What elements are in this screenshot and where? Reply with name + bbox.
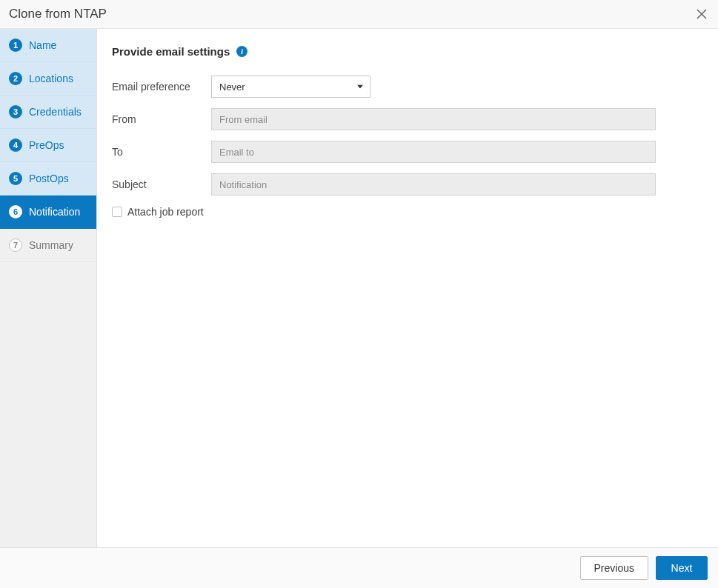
close-icon[interactable] [696,8,708,20]
from-input[interactable] [211,108,656,130]
page-heading: Provide email settings [112,45,230,58]
step-badge: 5 [9,172,22,185]
dialog-header: Clone from NTAP [0,0,718,29]
sidebar-item-label: PreOps [29,139,64,151]
sidebar-item-preops[interactable]: 4 PreOps [0,129,96,162]
sidebar-item-notification[interactable]: 6 Notification [0,196,96,229]
clone-dialog: Clone from NTAP 1 Name 2 Locations 3 Cre… [0,0,718,588]
info-icon[interactable]: i [236,46,247,57]
dialog-title: Clone from NTAP [9,7,107,21]
email-preference-select-wrap: Never [211,76,370,98]
subject-input[interactable] [211,173,656,196]
row-attach-report: Attach job report [112,206,703,218]
sidebar-item-label: Locations [29,73,73,84]
sidebar-item-locations[interactable]: 2 Locations [0,62,96,96]
step-badge: 7 [9,238,22,252]
dialog-body: 1 Name 2 Locations 3 Credentials 4 PreOp… [0,29,718,547]
sidebar-item-name[interactable]: 1 Name [0,29,96,62]
to-input[interactable] [211,141,656,163]
select-value: Never [219,81,245,93]
heading-row: Provide email settings i [112,45,703,58]
label-email-preference: Email preference [112,81,211,93]
sidebar-item-summary[interactable]: 7 Summary [0,229,96,262]
sidebar-item-label: Name [29,39,56,51]
sidebar-item-label: Summary [29,239,73,251]
label-subject: Subject [112,178,211,190]
dialog-footer: Previous Next [0,547,718,588]
row-subject: Subject [112,173,703,196]
sidebar-item-postops[interactable]: 5 PostOps [0,162,96,196]
sidebar-item-label: Notification [29,206,80,218]
step-badge: 2 [9,72,22,85]
row-from: From [112,108,703,130]
sidebar-item-label: Credentials [29,106,82,118]
step-badge: 6 [9,205,22,218]
label-from: From [112,113,211,125]
sidebar-item-credentials[interactable]: 3 Credentials [0,96,96,129]
step-badge: 1 [9,39,22,52]
sidebar-item-label: PostOps [29,173,69,184]
step-badge: 3 [9,105,22,118]
label-to: To [112,146,211,158]
row-to: To [112,141,703,163]
wizard-sidebar: 1 Name 2 Locations 3 Credentials 4 PreOp… [0,29,97,547]
attach-report-label[interactable]: Attach job report [127,206,204,218]
row-email-preference: Email preference Never [112,76,703,98]
main-panel: Provide email settings i Email preferenc… [97,29,718,547]
step-badge: 4 [9,138,22,152]
next-button[interactable]: Next [656,556,708,580]
attach-report-checkbox[interactable] [112,207,122,217]
previous-button[interactable]: Previous [580,556,648,580]
email-preference-select[interactable]: Never [211,76,370,98]
